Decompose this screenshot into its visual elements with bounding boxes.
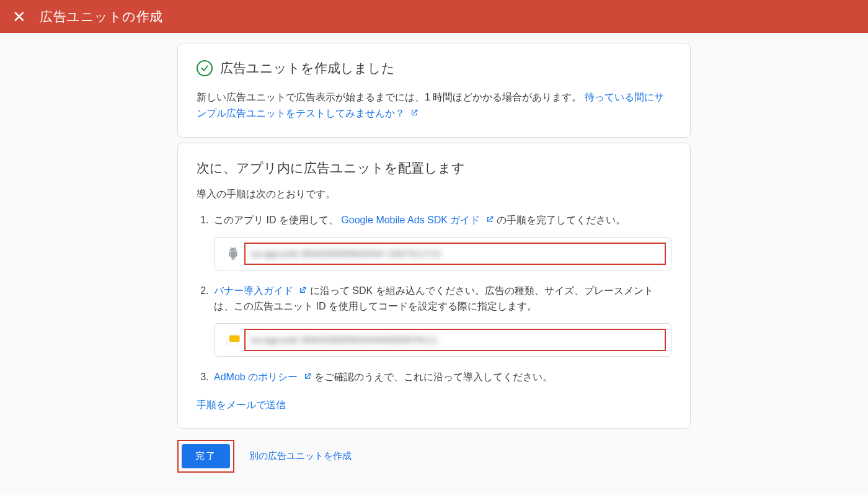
page-body: 広告ユニットを作成しました 新しい広告ユニットで広告表示が始まるまでには、1 時…	[0, 33, 868, 495]
success-body-text: 新しい広告ユニットで広告表示が始まるまでには、1 時間ほどかかる場合があります。	[197, 92, 585, 102]
app-bar: ✕ 広告ユニットの作成	[0, 0, 868, 33]
ad-unit-id-box: ca-app-pub-3940256099942544/6300978111	[214, 323, 671, 357]
steps-intro: 導入の手順は次のとおりです。	[197, 188, 671, 201]
send-mail-link[interactable]: 手順をメールで送信	[197, 399, 286, 410]
external-link-icon	[485, 213, 494, 221]
step-3-suffix: をご確認のうえで、これに沿って導入してください。	[314, 372, 552, 382]
action-row: 完了 別の広告ユニットを作成	[177, 440, 691, 473]
ad-unit-id-value[interactable]: ca-app-pub-3940256099942544/6300978111	[250, 332, 660, 347]
admob-policy-link[interactable]: AdMob のポリシー	[214, 372, 314, 382]
step-3: AdMob のポリシー をご確認のうえで、これに沿って導入してください。	[211, 369, 671, 385]
external-link-icon	[410, 106, 418, 115]
admob-policy-link-label: AdMob のポリシー	[214, 372, 298, 382]
android-icon	[226, 246, 241, 261]
success-heading-row: 広告ユニットを作成しました	[197, 60, 671, 77]
success-title: 広告ユニットを作成しました	[220, 60, 395, 77]
sdk-guide-link-label: Google Mobile Ads SDK ガイド	[341, 215, 480, 225]
step-1-suffix: の手順を完了してください。	[497, 215, 626, 225]
success-body: 新しい広告ユニットで広告表示が始まるまでには、1 時間ほどかかる場合があります。…	[197, 89, 671, 121]
external-link-icon	[303, 370, 312, 378]
steps-card: 次に、アプリ内に広告ユニットを配置します 導入の手順は次のとおりです。 このアプ…	[177, 143, 691, 428]
sdk-guide-link[interactable]: Google Mobile Ads SDK ガイド	[341, 215, 497, 225]
external-link-icon	[298, 283, 307, 292]
success-card: 広告ユニットを作成しました 新しい広告ユニットで広告表示が始まるまでには、1 時…	[177, 43, 691, 138]
app-id-value[interactable]: ca-app-pub-3940256099942544~3347511713	[250, 246, 660, 261]
app-id-box: ca-app-pub-3940256099942544~3347511713	[214, 237, 671, 270]
step-1: このアプリ ID を使用して、 Google Mobile Ads SDK ガイ…	[211, 212, 671, 270]
banner-guide-link[interactable]: バナー導入ガイド	[214, 285, 310, 296]
close-icon[interactable]: ✕	[10, 6, 29, 27]
ad-unit-icon	[226, 332, 241, 347]
create-another-button[interactable]: 別の広告ユニットを作成	[249, 450, 352, 462]
step-2: バナー導入ガイド に沿って SDK を組み込んでください。広告の種類、サイズ、プ…	[211, 283, 671, 357]
step-1-prefix: このアプリ ID を使用して、	[214, 215, 339, 225]
steps-list: このアプリ ID を使用して、 Google Mobile Ads SDK ガイ…	[197, 212, 671, 385]
page-title: 広告ユニットの作成	[40, 8, 163, 25]
done-button-highlight: 完了	[177, 440, 234, 473]
check-circle-icon	[197, 60, 213, 76]
done-button[interactable]: 完了	[182, 444, 230, 468]
svg-rect-1	[229, 335, 240, 342]
banner-guide-link-label: バナー導入ガイド	[214, 285, 293, 296]
steps-title: 次に、アプリ内に広告ユニットを配置します	[197, 159, 671, 177]
